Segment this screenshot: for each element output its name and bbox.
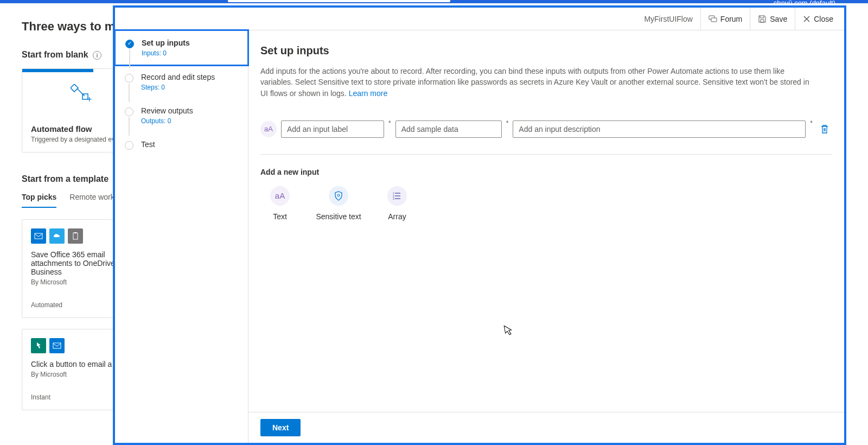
- close-icon: [803, 15, 810, 23]
- text-icon: aA: [270, 186, 290, 206]
- forum-icon: [709, 15, 717, 23]
- input-definition-row: aA * * *: [260, 120, 832, 155]
- step-marker-icon: [125, 141, 133, 150]
- trash-icon: [820, 124, 829, 134]
- step-marker-icon: [125, 74, 133, 82]
- svg-rect-5: [73, 233, 78, 239]
- text-type-icon: aA: [260, 121, 277, 137]
- step-test[interactable]: Test: [115, 132, 248, 156]
- learn-more-link[interactable]: Learn more: [349, 89, 388, 98]
- svg-text:+: +: [87, 94, 92, 103]
- tab-top-picks[interactable]: Top picks: [22, 193, 56, 208]
- wizard-stepper: Set up inputs Inputs: 0 Record and edit …: [115, 30, 248, 443]
- svg-text:3: 3: [393, 197, 394, 200]
- mail-icon: [49, 338, 65, 353]
- sample-data-field[interactable]: [395, 120, 502, 138]
- svg-line-1: [77, 88, 85, 96]
- list-icon: 123: [387, 186, 407, 206]
- tab-remote-work[interactable]: Remote work: [69, 193, 114, 208]
- misc-icon: [68, 228, 83, 244]
- forum-button[interactable]: Forum: [700, 8, 750, 30]
- flow-name: MyFirstUIFlow: [636, 8, 700, 30]
- close-button[interactable]: Close: [795, 8, 841, 30]
- delete-input-button[interactable]: [817, 122, 832, 137]
- next-button[interactable]: Next: [260, 419, 301, 436]
- svg-rect-0: [71, 84, 78, 92]
- input-description-field[interactable]: [513, 120, 806, 138]
- add-sensitive-text-input[interactable]: Sensitive text: [319, 186, 358, 221]
- step-marker-icon: [125, 107, 133, 116]
- outlook-icon: [31, 228, 46, 244]
- onedrive-icon: [49, 228, 65, 244]
- info-icon[interactable]: i: [93, 51, 101, 60]
- step-set-up-inputs[interactable]: Set up inputs Inputs: 0: [114, 29, 249, 66]
- svg-rect-7: [53, 343, 61, 348]
- page-description: Add inputs for the actions you're about …: [260, 66, 814, 99]
- add-text-input[interactable]: aA Text: [260, 186, 299, 221]
- shield-icon: [329, 186, 348, 206]
- input-label-field[interactable]: [281, 120, 384, 138]
- svg-point-10: [337, 194, 340, 196]
- step-record-edit[interactable]: Record and edit steps Steps: 0: [115, 65, 248, 99]
- button-icon: [31, 338, 46, 353]
- svg-rect-4: [35, 233, 42, 239]
- step-marker-complete-icon: [125, 40, 134, 48]
- add-array-input[interactable]: 123 Array: [378, 186, 417, 221]
- save-icon: [758, 15, 767, 23]
- page-title: Set up inputs: [260, 44, 832, 57]
- flow-icon: +: [71, 84, 92, 103]
- save-button[interactable]: Save: [750, 8, 795, 30]
- svg-rect-9: [711, 18, 717, 22]
- add-new-input-label: Add a new input: [260, 168, 832, 176]
- step-review-outputs[interactable]: Review outputs Outputs: 0: [115, 99, 248, 132]
- search-placeholder-strip: [228, 0, 450, 2]
- svg-rect-6: [74, 232, 76, 233]
